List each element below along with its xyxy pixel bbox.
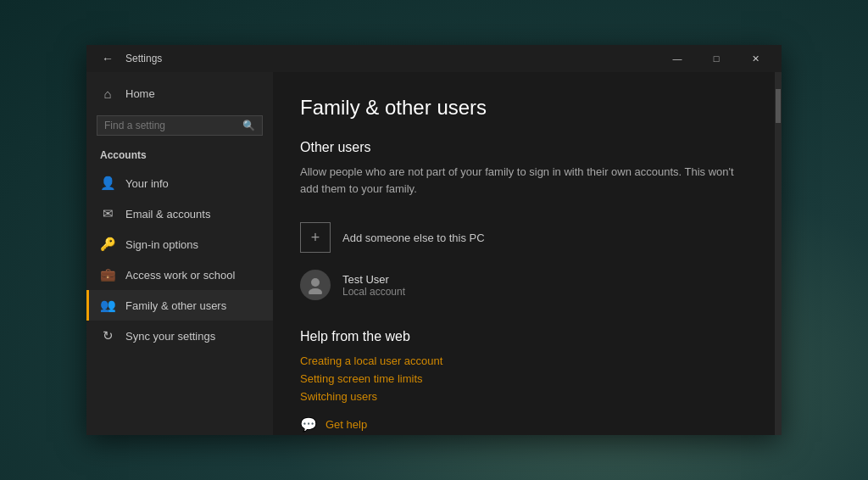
minimize-button[interactable]: —: [658, 45, 697, 72]
sidebar-item-your-info[interactable]: 👤 Your info: [86, 168, 273, 198]
other-users-description: Allow people who are not part of your fa…: [300, 164, 741, 197]
search-icon: 🔍: [242, 120, 255, 131]
sidebar-item-sync-settings[interactable]: ↻ Sync your settings: [86, 321, 273, 351]
sidebar-section-label: Accounts: [86, 146, 273, 168]
close-button[interactable]: ✕: [736, 45, 775, 72]
maximize-button[interactable]: □: [697, 45, 736, 72]
sidebar: ⌂ Home 🔍 Accounts 👤 Your info ✉ Email & …: [86, 72, 273, 435]
title-bar-left: ← Settings: [97, 50, 162, 67]
sidebar-item-home[interactable]: ⌂ Home: [86, 79, 273, 109]
scrollbar-track[interactable]: [775, 72, 782, 435]
other-users-title: Other users: [300, 140, 748, 155]
add-icon-box: +: [300, 222, 331, 253]
sidebar-item-label-family-users: Family & other users: [125, 299, 226, 312]
sidebar-item-label-access-work: Access work or school: [125, 269, 235, 282]
settings-window: ← Settings — □ ✕ ⌂ Home 🔍 Accounts: [86, 45, 782, 435]
email-icon: ✉: [100, 206, 115, 221]
sidebar-item-family-users[interactable]: 👥 Family & other users: [86, 290, 273, 321]
svg-point-1: [309, 288, 322, 294]
page-title: Family & other users: [300, 96, 748, 120]
sidebar-search-box[interactable]: 🔍: [97, 115, 263, 136]
family-icon: 👥: [100, 298, 115, 313]
sidebar-item-email-accounts[interactable]: ✉ Email & accounts: [86, 198, 273, 229]
sidebar-item-label-email-accounts: Email & accounts: [125, 208, 210, 220]
window-controls: — □ ✕: [658, 45, 775, 72]
user-name: Test User: [342, 273, 405, 286]
sync-icon: ↻: [100, 328, 115, 343]
get-help-row[interactable]: 💬 Get help: [300, 416, 748, 433]
help-section: Help from the web Creating a local user …: [300, 329, 748, 433]
get-help-label: Get help: [326, 418, 367, 431]
window-content: ⌂ Home 🔍 Accounts 👤 Your info ✉ Email & …: [86, 72, 782, 435]
user-subtitle: Local account: [342, 286, 405, 298]
sidebar-item-label-your-info: Your info: [125, 177, 169, 190]
svg-point-0: [311, 278, 320, 287]
back-button[interactable]: ←: [97, 50, 119, 67]
help-link-2[interactable]: Switching users: [300, 390, 748, 403]
user-row[interactable]: Test User Local account: [300, 261, 748, 309]
user-info: Test User Local account: [342, 273, 405, 298]
sidebar-item-sign-in-options[interactable]: 🔑 Sign-in options: [86, 229, 273, 260]
sidebar-item-access-work[interactable]: 💼 Access work or school: [86, 260, 273, 290]
chat-icon: 💬: [300, 416, 317, 433]
sidebar-item-label-sync: Sync your settings: [125, 330, 215, 343]
help-link-1[interactable]: Setting screen time limits: [300, 372, 748, 385]
person-icon: 👤: [100, 176, 115, 191]
sidebar-item-label-home: Home: [125, 87, 155, 100]
add-user-row[interactable]: + Add someone else to this PC: [300, 214, 748, 261]
avatar: [300, 270, 331, 300]
key-icon: 🔑: [100, 237, 115, 252]
title-bar: ← Settings — □ ✕: [86, 45, 782, 72]
help-title: Help from the web: [300, 329, 748, 344]
home-icon: ⌂: [100, 87, 115, 101]
briefcase-icon: 💼: [100, 267, 115, 282]
search-input[interactable]: [104, 120, 237, 131]
window-title: Settings: [125, 53, 162, 64]
scrollbar-thumb[interactable]: [776, 89, 781, 123]
plus-icon: +: [311, 229, 320, 247]
main-content: Family & other users Other users Allow p…: [273, 72, 775, 435]
help-link-0[interactable]: Creating a local user account: [300, 354, 748, 367]
sidebar-item-label-sign-in: Sign-in options: [125, 238, 198, 251]
add-user-label: Add someone else to this PC: [342, 232, 485, 244]
